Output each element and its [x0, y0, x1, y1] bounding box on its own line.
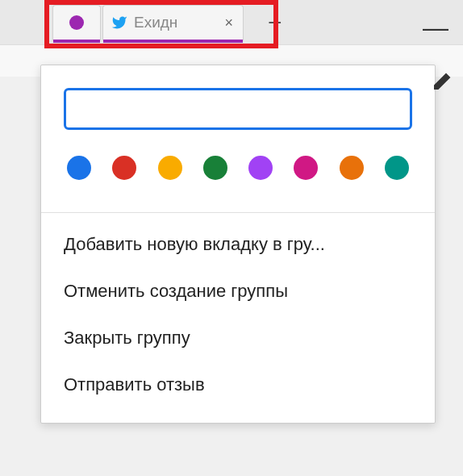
color-swatch-pink[interactable]	[294, 156, 318, 180]
tab-title: Ехидн	[134, 14, 216, 31]
color-swatch-green[interactable]	[203, 156, 227, 180]
color-swatch-blue[interactable]	[67, 156, 91, 180]
color-swatch-teal[interactable]	[385, 156, 409, 180]
color-swatch-yellow[interactable]	[158, 156, 182, 180]
menu-add-tab[interactable]: Добавить новую вкладку в гру...	[41, 221, 435, 268]
window-minimize-button[interactable]: —	[423, 15, 448, 40]
color-picker-row	[64, 156, 412, 180]
new-tab-button[interactable]: +	[253, 9, 297, 36]
menu-list: Добавить новую вкладку в гру... Отменить…	[41, 213, 435, 423]
popup-header	[41, 65, 435, 196]
color-swatch-purple[interactable]	[248, 156, 273, 180]
browser-tab[interactable]: Ехидн ×	[102, 5, 244, 40]
tab-strip: Ехидн × + —	[0, 0, 463, 44]
twitter-icon	[111, 15, 127, 31]
group-underline	[53, 40, 100, 43]
menu-feedback[interactable]: Отправить отзыв	[41, 361, 435, 408]
color-swatch-red[interactable]	[112, 156, 136, 180]
eyedropper-icon[interactable]	[432, 73, 451, 97]
menu-cancel-group[interactable]: Отменить создание группы	[41, 268, 435, 315]
tab-group-popup: Добавить новую вкладку в гру... Отменить…	[40, 65, 436, 424]
menu-close-group[interactable]: Закрыть группу	[41, 315, 435, 361]
tab-group-indicator[interactable]	[52, 5, 101, 40]
group-name-input[interactable]	[64, 88, 412, 130]
color-swatch-orange[interactable]	[340, 156, 364, 180]
tab-close-button[interactable]: ×	[223, 15, 235, 31]
group-underline	[103, 40, 243, 43]
group-color-dot-icon	[69, 15, 84, 30]
